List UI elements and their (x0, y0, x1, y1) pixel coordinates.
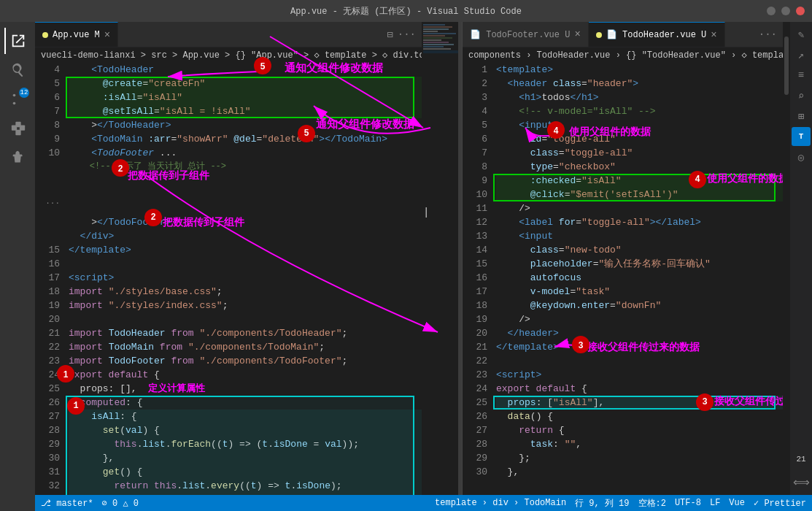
tab-toolbar-left: ⊟ ··· (387, 28, 422, 41)
modified-dot (42, 32, 48, 38)
left-code-area[interactable]: 4 5 6 7 8 9 10 ... 15 16 17 18 19 20 (35, 63, 422, 495)
extensions-icon[interactable] (4, 115, 31, 142)
right-code-area[interactable]: 1 2 3 4 5 6 7 8 9 10 11 12 13 14 (463, 63, 783, 495)
right-icon-arrow[interactable]: ↗ (792, 45, 811, 64)
right-line-numbers: 1 2 3 4 5 6 7 8 9 10 11 12 13 14 (463, 63, 493, 495)
right-icon-circle[interactable]: ◎ (792, 147, 811, 166)
left-minimap (422, 22, 458, 495)
git-icon[interactable]: 12 (4, 86, 31, 112)
right-pane: 📄 TodoFooter.vue U × 📄 TodoHeader.vue U … (462, 22, 783, 495)
editors-split: App.vue M × ⊟ ··· vuecli-demo-lianxi > s… (35, 22, 812, 495)
git-branch[interactable]: ⎇ master* (41, 498, 93, 509)
prettier: ✓ Prettier (754, 498, 806, 509)
right-breadcrumb-text: components › TodoHeader.vue › {} "TodoHe… (468, 50, 783, 61)
svg-rect-5 (15, 122, 20, 127)
left-code-content: <TodoHeader @create="createFn" :isAll="i… (66, 63, 422, 495)
more-icon[interactable]: ··· (398, 28, 416, 40)
right-activity-bar: ✎ ↗ ≡ ⌕ ⊞ T ◎ 21 ⟺ (790, 22, 812, 495)
right-icon-format[interactable]: ⊞ (792, 107, 811, 126)
status-right: template › div › TodoMain 行 9, 列 19 空格:2… (435, 497, 806, 510)
breadcrumb-text: vuecli-demo-lianxi > src > App.vue > {} … (41, 50, 422, 61)
status-left: ⎇ master* ⊘ 0 △ 0 (41, 498, 139, 509)
encoding: UTF-8 (675, 498, 701, 508)
left-tab-bar: App.vue M × ⊟ ··· (35, 22, 422, 47)
right-icon-search2[interactable]: ⌕ (792, 86, 811, 105)
line-col: 行 9, 列 19 (575, 497, 629, 510)
cursor-position: template › div › TodoMain (435, 498, 566, 508)
explorer-icon[interactable] (4, 28, 31, 54)
tab-todofooter[interactable]: 📄 TodoFooter.vue U × (463, 22, 589, 47)
svg-rect-6 (15, 130, 20, 135)
right-icon-T[interactable]: T (792, 127, 811, 146)
left-pane: App.vue M × ⊟ ··· vuecli-demo-lianxi > s… (35, 22, 422, 495)
split-icon[interactable]: ⊟ (387, 28, 393, 41)
close-button[interactable] (796, 7, 805, 15)
maximize-button[interactable] (781, 7, 790, 15)
tab-app-vue[interactable]: App.vue M × (35, 22, 118, 47)
search-icon[interactable] (4, 57, 31, 83)
debug-icon[interactable] (4, 145, 31, 171)
right-icon-pencil[interactable]: ✎ (792, 25, 811, 44)
minimize-button[interactable] (767, 7, 776, 15)
tab-toolbar-right: ··· (759, 28, 783, 40)
modified-dot-header (596, 32, 602, 38)
activity-bar: 12 (0, 22, 35, 511)
right-icon-21[interactable]: 21 (792, 450, 811, 469)
right-breadcrumb: components › TodoHeader.vue › {} "TodoHe… (463, 47, 783, 63)
right-tab-bar: 📄 TodoFooter.vue U × 📄 TodoHeader.vue U … (463, 22, 783, 47)
tab-header-close[interactable]: × (711, 30, 716, 40)
main-layout: 12 App.vue M × ⊟ (0, 22, 812, 511)
right-icon-arrows[interactable]: ⟺ (792, 473, 811, 492)
title-bar: App.vue - 无标题 (工作区) - Visual Studio Code (0, 0, 812, 22)
line-ending: LF (710, 498, 720, 508)
tab-header-label: 📄 TodoHeader.vue U (606, 29, 706, 40)
left-breadcrumb: vuecli-demo-lianxi > src > App.vue > {} … (35, 47, 422, 63)
right-code-content: <template> <header class="header"> <h1>t… (493, 63, 783, 495)
error-count[interactable]: ⊘ 0 △ 0 (102, 498, 139, 509)
editor-area: App.vue M × ⊟ ··· vuecli-demo-lianxi > s… (35, 22, 812, 511)
spaces: 空格:2 (638, 497, 666, 510)
tab-footer-label: 📄 TodoFooter.vue U (470, 29, 570, 40)
tab-label: App.vue M (53, 30, 100, 40)
svg-point-0 (13, 102, 16, 105)
title-text: App.vue - 无标题 (工作区) - Visual Studio Code (290, 5, 522, 18)
left-line-numbers: 4 5 6 7 8 9 10 ... 15 16 17 18 19 20 (35, 63, 66, 495)
tab-close[interactable]: × (104, 30, 110, 40)
right-scrollbar[interactable] (783, 22, 790, 495)
status-bar: ⎇ master* ⊘ 0 △ 0 template › div › TodoM… (35, 495, 812, 511)
right-icon-list[interactable]: ≡ (792, 66, 811, 85)
language-mode[interactable]: Vue (729, 498, 745, 508)
tab-todoheader[interactable]: 📄 TodoHeader.vue U × (589, 22, 725, 47)
svg-point-2 (13, 94, 16, 97)
tab-footer-close[interactable]: × (574, 29, 580, 39)
more-icon-right[interactable]: ··· (759, 28, 777, 40)
